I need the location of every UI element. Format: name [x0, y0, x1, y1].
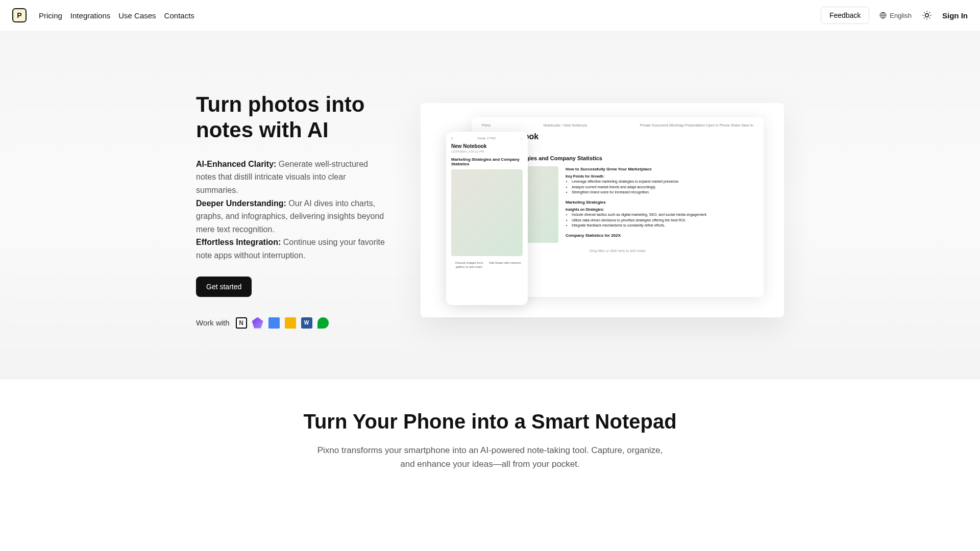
- theme-toggle[interactable]: [922, 10, 932, 20]
- nav-link-pricing[interactable]: Pricing: [39, 11, 62, 20]
- mockup-phone: ≡ Credit: 17752 ⋯ New Notebook 12/24/202…: [446, 132, 528, 305]
- section2-title: Turn Your Phone into a Smart Notepad: [12, 410, 968, 433]
- mockup-toolbar-right: Private Document Mindmap Presentation Op…: [640, 123, 753, 127]
- phone-credit: Credit: 17752: [477, 137, 496, 140]
- list-item: Integrate feedback mechanisms to constan…: [572, 223, 753, 229]
- list-item: Leverage effective marketing strategies …: [572, 179, 753, 185]
- notion-icon: N: [236, 317, 247, 329]
- gdocs-icon: [268, 317, 280, 329]
- nav-link-usecases[interactable]: Use Cases: [118, 11, 156, 20]
- evernote-icon: [317, 317, 329, 329]
- language-selector[interactable]: English: [879, 12, 912, 19]
- app-icons: N W: [236, 317, 329, 329]
- gslides-icon: [285, 317, 296, 329]
- phone-topbar: ≡ Credit: 17752 ⋯: [451, 137, 523, 140]
- obsidian-icon: [252, 317, 263, 329]
- mockup-breadcrumb-path: Notebooks › New Notebook: [544, 123, 587, 127]
- phone-action-camera: Add Notes with camera: [487, 261, 523, 269]
- nav-right: Feedback English Sign In: [821, 7, 968, 24]
- nav-left: P Pricing Integrations Use Cases Contact…: [12, 8, 194, 22]
- list-item: Include diverse tactics such as digital …: [572, 212, 753, 218]
- feature-3-label: Effortless Integration:: [196, 238, 281, 246]
- mockup-section1-sub: Key Points for Growth:: [566, 174, 753, 180]
- signin-link[interactable]: Sign In: [942, 11, 968, 20]
- hero-title: Turn photos into notes with AI: [196, 92, 390, 143]
- mockup-breadcrumb-app: Pixno: [482, 123, 491, 127]
- get-started-button[interactable]: Get started: [196, 277, 252, 297]
- nav-links: Pricing Integrations Use Cases Contacts: [39, 11, 194, 20]
- feedback-button[interactable]: Feedback: [821, 7, 869, 24]
- mockup-topbar: Pixno Notebooks › New Notebook Private D…: [482, 123, 753, 127]
- svg-point-1: [925, 14, 929, 17]
- mockup-notes: How to Successfully Grow Your Marketplac…: [566, 166, 753, 243]
- phone-action-gallery: Choose images from gallery to add notes: [451, 261, 487, 269]
- phone-photo: [451, 169, 523, 256]
- nav-link-integrations[interactable]: Integrations: [70, 11, 110, 20]
- sun-icon: [922, 10, 932, 20]
- hero-description: AI-Enhanced Clarity: Generate well-struc…: [196, 158, 390, 262]
- logo[interactable]: P: [12, 8, 27, 22]
- nav-link-contacts[interactable]: Contacts: [164, 11, 194, 20]
- phone-date: 12/24/2024, 2:34:11 PM: [451, 150, 523, 153]
- hero-section: Turn photos into notes with AI AI-Enhanc…: [0, 31, 980, 380]
- word-icon: W: [301, 317, 312, 329]
- section2-description: Pixno transforms your smartphone into an…: [316, 443, 664, 471]
- section-smart-notepad: Turn Your Phone into a Smart Notepad Pix…: [0, 380, 980, 502]
- mockup-section3-title: Company Statistics for 202X: [566, 233, 753, 239]
- hero-inner: Turn photos into notes with AI AI-Enhanc…: [184, 92, 796, 329]
- language-label: English: [890, 12, 912, 19]
- mockup-section1-title: How to Successfully Grow Your Marketplac…: [566, 166, 753, 172]
- feature-2-label: Deeper Understanding:: [196, 199, 286, 208]
- work-with-label: Work with: [196, 318, 230, 327]
- work-with-row: Work with N W: [196, 317, 390, 329]
- list-item: Utilize data-driven decisions to priorit…: [572, 218, 753, 223]
- hero-mockup: Pixno Notebooks › New Notebook Private D…: [421, 103, 784, 317]
- phone-title: New Notebook: [451, 143, 523, 149]
- phone-heading: Marketing Strategies and Company Statist…: [451, 157, 523, 166]
- globe-icon: [879, 12, 887, 19]
- list-item: Strengthen brand voice for increased rec…: [572, 190, 753, 195]
- phone-actions: Choose images from gallery to add notes …: [451, 261, 523, 269]
- list-item: Analyze current market trends and adapt …: [572, 185, 753, 190]
- mockup-section2-sub: Insights on Strategies:: [566, 207, 753, 213]
- hero-text: Turn photos into notes with AI AI-Enhanc…: [196, 92, 390, 329]
- mockup-section2-title: Marketing Strategies: [566, 199, 753, 206]
- navbar: P Pricing Integrations Use Cases Contact…: [0, 0, 980, 31]
- feature-1-label: AI-Enhanced Clarity:: [196, 160, 276, 168]
